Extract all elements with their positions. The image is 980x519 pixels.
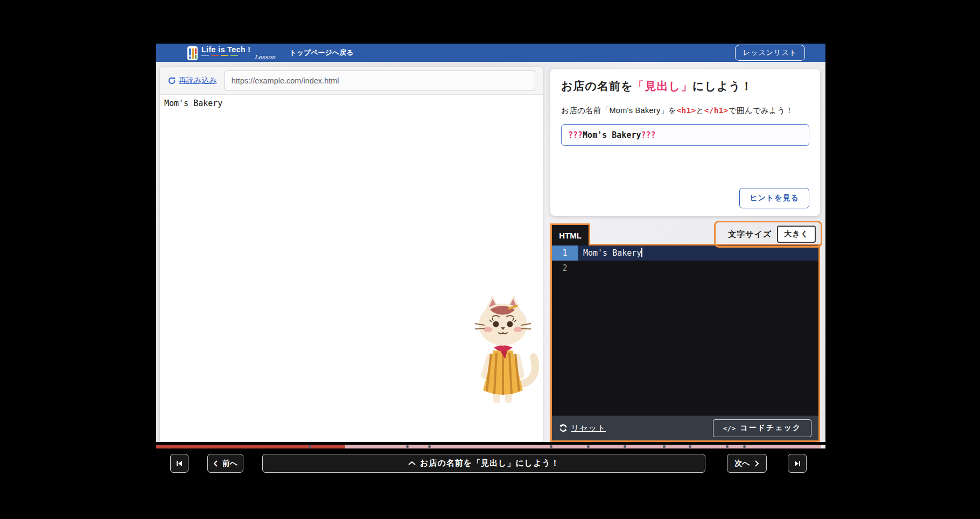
current-section-bar[interactable]: お店の名前を「見出し」にしよう！ <box>262 454 705 473</box>
reload-link[interactable]: 再読み込み <box>167 76 217 86</box>
font-size-label: 文字サイズ <box>728 229 772 240</box>
task-description: お店の名前「Mom's Bakery」を<h1>と</h1>で囲んでみよう！ <box>561 106 809 116</box>
app-header: Life is Tech ! Lesson トップページへ戻る レッスンリスト <box>156 44 825 62</box>
progress-marker <box>689 445 691 448</box>
skip-to-start-button[interactable] <box>170 454 188 473</box>
lesson-progress-bar[interactable] <box>156 445 825 448</box>
current-section-title: お店の名前を「見出し」にしよう！ <box>420 458 559 468</box>
code-icon: </> <box>723 424 736 432</box>
editor-box: 1 Mom's Bakery 2 <box>550 244 820 442</box>
answer-input[interactable]: ???Mom's Bakery??? <box>561 124 809 146</box>
progress-marker <box>743 445 746 448</box>
text-cursor <box>641 248 642 257</box>
editor-footer: リセット </> コードチェック <box>552 416 818 440</box>
skip-to-end-button[interactable] <box>788 454 807 473</box>
life-is-tech-logo: Life is Tech ! Lesson <box>187 46 275 60</box>
code-editor: HTML 文字サイズ 大きく 1 Mom's Bakery 2 <box>550 223 820 442</box>
previous-step-button[interactable]: 前へ <box>207 454 243 473</box>
progress-endcap <box>821 445 825 448</box>
line-number-1: 1 <box>552 246 578 261</box>
skip-to-start-icon <box>176 460 183 467</box>
life-is-tech-logo-icon <box>187 46 198 60</box>
preview-toolbar: 再読み込み <box>160 67 543 95</box>
cat-mascot-illustration <box>465 293 541 408</box>
reload-label: 再読み込み <box>179 76 217 86</box>
lesson-list-button[interactable]: レッスンリスト <box>735 45 805 61</box>
code-text-2 <box>578 261 818 276</box>
preview-viewport: Mom's Bakery <box>160 95 543 442</box>
font-size-highlight-box: 文字サイズ 大きく <box>714 221 822 248</box>
progress-marker <box>406 445 409 448</box>
code-area[interactable]: 1 Mom's Bakery 2 <box>552 246 818 416</box>
chevron-left-icon <box>213 460 218 467</box>
line-number-2: 2 <box>552 261 578 276</box>
reset-label: リセット <box>571 423 606 433</box>
reset-icon <box>559 424 568 432</box>
h1-close-tag: </h1> <box>704 106 729 115</box>
logo-lesson-script: Lesson <box>255 55 276 60</box>
progress-marker <box>663 445 666 448</box>
code-text-1: Mom's Bakery <box>583 248 641 258</box>
url-input[interactable] <box>225 71 535 90</box>
tab-html[interactable]: HTML <box>550 223 590 246</box>
code-line-1[interactable]: 1 Mom's Bakery <box>552 246 818 261</box>
logo-text: Life is Tech ! <box>201 46 251 54</box>
code-line-2[interactable]: 2 <box>552 261 818 276</box>
progress-fill <box>156 445 345 448</box>
progress-marker <box>624 445 626 448</box>
task-instruction-card: お店の名前を「見出し」にしよう！ お店の名前「Mom's Bakery」を<h1… <box>550 69 820 216</box>
progress-marker <box>428 445 431 448</box>
chevron-up-icon <box>408 461 416 466</box>
lesson-app-window: Life is Tech ! Lesson トップページへ戻る レッスンリスト <box>156 44 825 442</box>
h1-open-tag: <h1> <box>676 106 696 115</box>
answer-placeholder-close: ??? <box>641 130 655 140</box>
progress-marker <box>550 445 552 448</box>
screen: Life is Tech ! Lesson トップページへ戻る レッスンリスト <box>0 0 980 519</box>
answer-placeholder-open: ??? <box>568 130 583 140</box>
task-title-accent: 「見出し」 <box>633 80 692 92</box>
browser-preview-panel: 再読み込み Mom's Bakery <box>160 67 543 442</box>
code-check-button[interactable]: </> コードチェック <box>713 419 811 437</box>
answer-text: Mom's Bakery <box>583 130 641 140</box>
rendered-page-text: Mom's Bakery <box>164 99 222 108</box>
reload-icon <box>167 76 176 85</box>
skip-to-end-icon <box>794 460 801 467</box>
next-step-button[interactable]: 次へ <box>727 454 767 473</box>
progress-marker <box>587 445 590 448</box>
reset-link[interactable]: リセット <box>559 423 606 433</box>
back-to-top-link[interactable]: トップページへ戻る <box>289 48 353 58</box>
show-hint-button[interactable]: ヒントを見る <box>739 188 809 208</box>
logo-underline <box>201 55 251 56</box>
progress-marker <box>726 445 729 448</box>
task-title: お店の名前を「見出し」にしよう！ <box>561 79 809 94</box>
font-size-increase-button[interactable]: 大きく <box>777 226 816 243</box>
chevron-right-icon <box>754 460 759 467</box>
